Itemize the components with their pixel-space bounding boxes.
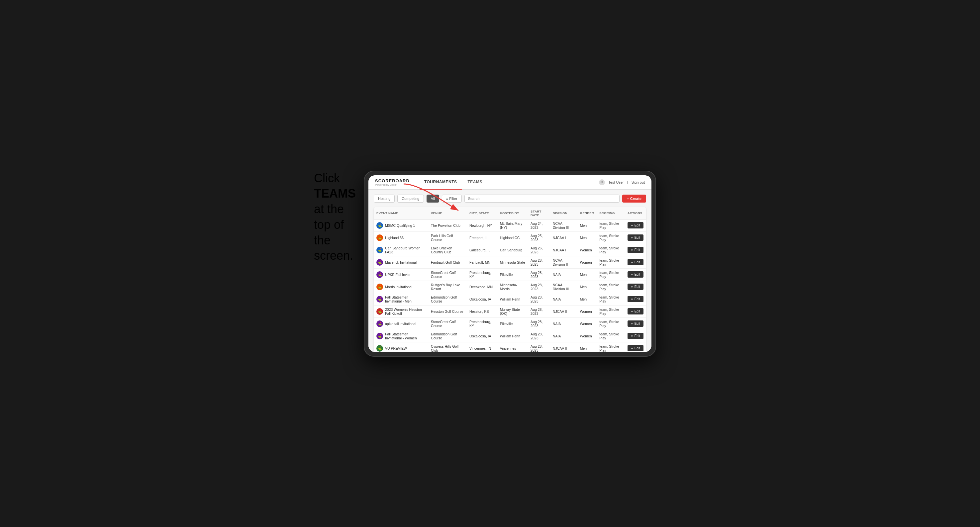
logo-title: SCOREBOARD xyxy=(375,178,410,183)
cell-division-8: NAIA xyxy=(550,317,578,330)
cell-gender-0: Men xyxy=(578,219,597,232)
cell-start-date-1: Aug 25, 2023 xyxy=(528,232,550,244)
table-row: ⛳ Morris Invitational Ruttger's Bay Lake… xyxy=(374,281,646,293)
cell-hosted-by-7: Murray State (OK) xyxy=(497,305,528,317)
cell-hosted-by-8: Pikeville xyxy=(497,317,528,330)
search-input[interactable] xyxy=(465,195,620,203)
cell-division-6: NAIA xyxy=(550,293,578,305)
cell-gender-1: Men xyxy=(578,232,597,244)
col-city: CITY, STATE xyxy=(467,207,497,219)
gear-icon[interactable]: ⚙ xyxy=(599,179,605,185)
cell-hosted-by-1: Highland CC xyxy=(497,232,528,244)
cell-gender-9: Women xyxy=(578,330,597,342)
table-row: ⛳ Fall Statesmen Invitational - Women Ed… xyxy=(374,330,646,342)
cell-division-7: NJCAA II xyxy=(550,305,578,317)
edit-button-3[interactable]: Edit xyxy=(628,259,643,265)
annotation-line3: top of the screen. xyxy=(314,218,353,263)
cell-actions-4: Edit xyxy=(625,268,646,281)
event-icon-8: ⛳ xyxy=(376,321,383,327)
cell-gender-3: Women xyxy=(578,256,597,268)
edit-button-2[interactable]: Edit xyxy=(628,247,643,253)
event-icon-3: ⛳ xyxy=(376,259,383,266)
cell-division-4: NAIA xyxy=(550,268,578,281)
cell-scoring-1: team, Stroke Play xyxy=(597,232,625,244)
col-division: DIVISION xyxy=(550,207,578,219)
all-button[interactable]: All xyxy=(426,195,439,203)
cell-actions-5: Edit xyxy=(625,281,646,293)
cell-gender-6: Men xyxy=(578,293,597,305)
cell-city-7: Hesston, KS xyxy=(467,305,497,317)
cell-scoring-0: team, Stroke Play xyxy=(597,219,625,232)
cell-actions-8: Edit xyxy=(625,317,646,330)
cell-venue-8: StoneCrest Golf Course xyxy=(428,317,467,330)
nav-teams[interactable]: TEAMS xyxy=(463,175,487,190)
event-name-10: VU PREVIEW xyxy=(385,346,407,350)
cell-city-8: Prestonsburg, KY xyxy=(467,317,497,330)
cell-venue-6: Edmundson Golf Course xyxy=(428,293,467,305)
cell-hosted-by-5: Minnesota-Morris xyxy=(497,281,528,293)
event-icon-10: ⛳ xyxy=(376,345,383,352)
edit-button-9[interactable]: Edit xyxy=(628,333,643,339)
cell-gender-7: Women xyxy=(578,305,597,317)
cell-scoring-6: team, Stroke Play xyxy=(597,293,625,305)
edit-button-6[interactable]: Edit xyxy=(628,296,643,302)
cell-gender-5: Men xyxy=(578,281,597,293)
edit-button-10[interactable]: Edit xyxy=(628,345,643,351)
cell-city-0: Newburgh, NY xyxy=(467,219,497,232)
event-icon-9: ⛳ xyxy=(376,333,383,340)
cell-division-5: NCAA Division III xyxy=(550,281,578,293)
cell-start-date-6: Aug 28, 2023 xyxy=(528,293,550,305)
cell-actions-9: Edit xyxy=(625,330,646,342)
annotation-text: Click TEAMS at the top of the screen. xyxy=(314,171,356,264)
nav-right: ⚙ Test User | Sign out xyxy=(599,179,645,185)
table-row: ⛳ Maverick Invitational Faribault Golf C… xyxy=(374,256,646,268)
event-name-4: UPKE Fall Invite xyxy=(385,273,410,276)
table-row: ⛳ Highland 36 Park Hills Golf Course Fre… xyxy=(374,232,646,244)
create-button[interactable]: + Create xyxy=(622,195,646,203)
edit-button-7[interactable]: Edit xyxy=(628,308,643,314)
top-nav: SCOREBOARD Powered by Clippit TOURNAMENT… xyxy=(368,175,651,190)
event-name-8: upike fall invitational xyxy=(385,322,416,326)
hosting-button[interactable]: Hosting xyxy=(374,195,395,203)
cell-division-3: NCAA Division II xyxy=(550,256,578,268)
cell-start-date-0: Aug 24, 2023 xyxy=(528,219,550,232)
edit-button-0[interactable]: Edit xyxy=(628,222,643,229)
col-venue: VENUE xyxy=(428,207,467,219)
cell-start-date-7: Aug 28, 2023 xyxy=(528,305,550,317)
cell-actions-3: Edit xyxy=(625,256,646,268)
cell-scoring-3: team, Stroke Play xyxy=(597,256,625,268)
tablet-frame: SCOREBOARD Powered by Clippit TOURNAMENT… xyxy=(364,171,656,357)
cell-event-name: ⛳ UPKE Fall Invite xyxy=(374,268,428,281)
edit-button-4[interactable]: Edit xyxy=(628,271,643,278)
event-icon-4: ⛳ xyxy=(376,271,383,278)
cell-scoring-9: team, Stroke Play xyxy=(597,330,625,342)
cell-scoring-5: team, Stroke Play xyxy=(597,281,625,293)
cell-hosted-by-6: William Penn xyxy=(497,293,528,305)
cell-city-10: Vincennes, IN xyxy=(467,342,497,352)
annotation-bold: TEAMS xyxy=(314,187,356,200)
cell-event-name: ⛳ Morris Invitational xyxy=(374,281,428,293)
nav-tournaments[interactable]: TOURNAMENTS xyxy=(420,175,462,190)
cell-actions-7: Edit xyxy=(625,305,646,317)
event-name-5: Morris Invitational xyxy=(385,285,412,289)
cell-venue-7: Hesston Golf Course xyxy=(428,305,467,317)
cell-start-date-8: Aug 28, 2023 xyxy=(528,317,550,330)
sign-out-link[interactable]: Sign out xyxy=(632,180,645,184)
competing-button[interactable]: Competing xyxy=(397,195,423,203)
cell-event-name: ⛳ Fall Statesmen Invitational - Men xyxy=(374,293,428,305)
cell-city-1: Freeport, IL xyxy=(467,232,497,244)
filter-button[interactable]: ≡ Filter xyxy=(442,195,462,203)
cell-start-date-10: Aug 28, 2023 xyxy=(528,342,550,352)
cell-scoring-2: team, Stroke Play xyxy=(597,244,625,256)
event-name-6: Fall Statesmen Invitational - Men xyxy=(385,295,426,303)
cell-hosted-by-10: Vincennes xyxy=(497,342,528,352)
edit-button-5[interactable]: Edit xyxy=(628,284,643,290)
cell-start-date-9: Aug 28, 2023 xyxy=(528,330,550,342)
cell-hosted-by-4: Pikeville xyxy=(497,268,528,281)
edit-button-1[interactable]: Edit xyxy=(628,235,643,241)
cell-scoring-8: team, Stroke Play xyxy=(597,317,625,330)
cell-city-6: Oskaloosa, IA xyxy=(467,293,497,305)
edit-button-8[interactable]: Edit xyxy=(628,321,643,327)
cell-city-4: Prestonsburg, KY xyxy=(467,268,497,281)
cell-hosted-by-9: William Penn xyxy=(497,330,528,342)
